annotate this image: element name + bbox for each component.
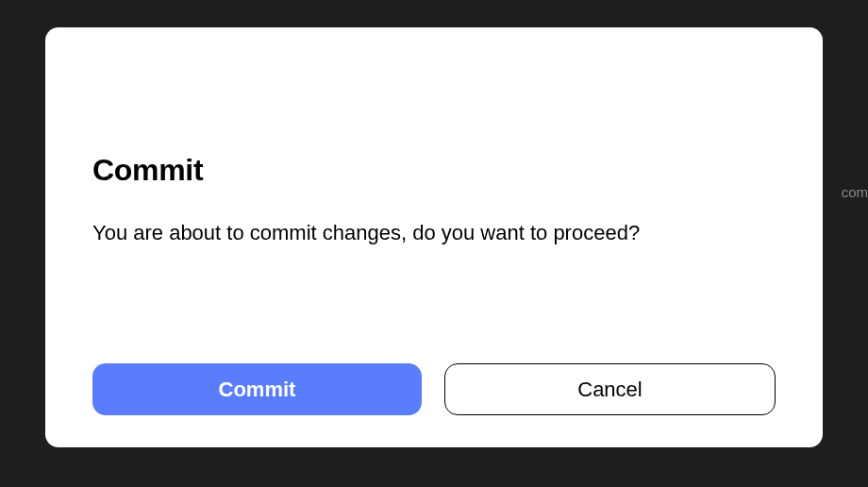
modal-body: Commit You are about to commit changes, … xyxy=(45,27,823,363)
background-text-fragment: com xyxy=(842,184,868,200)
commit-button[interactable]: Commit xyxy=(92,363,422,415)
modal-message: You are about to commit changes, do you … xyxy=(92,220,776,247)
modal-title: Commit xyxy=(92,153,776,188)
modal-footer: Commit Cancel xyxy=(45,363,823,447)
confirmation-modal: Commit You are about to commit changes, … xyxy=(45,27,823,447)
cancel-button[interactable]: Cancel xyxy=(444,363,776,415)
